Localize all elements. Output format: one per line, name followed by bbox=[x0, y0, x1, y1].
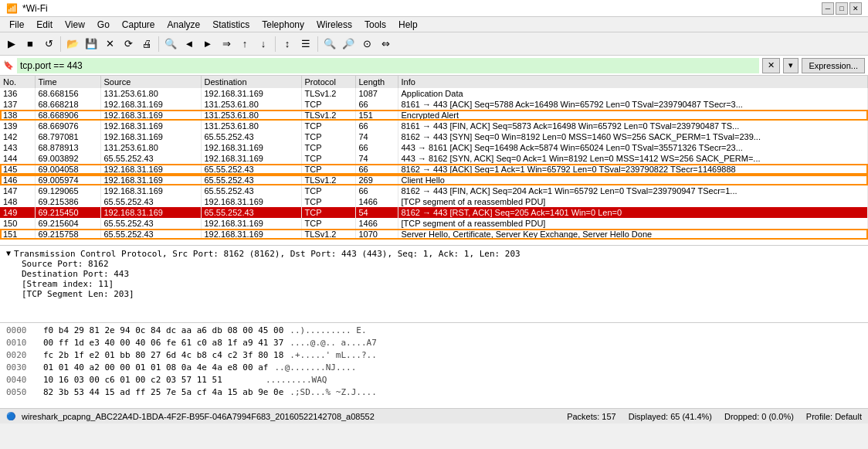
hex-offset: 0050 bbox=[6, 386, 37, 399]
last-packet-button[interactable]: ↓ bbox=[255, 36, 272, 53]
menu-statistics[interactable]: Statistics bbox=[206, 18, 256, 32]
resize-columns-button[interactable]: ⇔ bbox=[377, 36, 394, 53]
menu-view[interactable]: View bbox=[59, 18, 91, 32]
window-controls: ─ □ ✕ bbox=[822, 2, 862, 15]
col-time: Time bbox=[35, 76, 100, 88]
hex-offset: 0020 bbox=[6, 349, 37, 362]
filename-label: wireshark_pcapng_ABC22A4D-1BDA-4F2F-B95F… bbox=[22, 412, 375, 421]
table-row[interactable]: 13968.669076192.168.31.169131.253.61.80T… bbox=[0, 121, 868, 131]
stop-capture-button[interactable]: ■ bbox=[22, 36, 39, 53]
zoom-out-button[interactable]: 🔎 bbox=[340, 36, 357, 53]
print-button[interactable]: 🖨 bbox=[138, 36, 155, 53]
packets-count: Packets: 157 bbox=[567, 412, 616, 421]
table-row[interactable]: 14669.005974192.168.31.16965.55.252.43TL… bbox=[0, 175, 868, 185]
table-row[interactable]: 14469.00389265.55.252.43192.168.31.169TC… bbox=[0, 153, 868, 164]
hex-row: 005082 3b 53 44 15 ad ff 25 7e 5a cf 4a … bbox=[6, 386, 862, 399]
close-button[interactable]: ✕ bbox=[849, 2, 862, 15]
table-row[interactable]: 14969.215450192.168.31.16965.55.252.43TC… bbox=[0, 207, 868, 218]
find-button[interactable]: 🔍 bbox=[162, 36, 179, 53]
menu-file[interactable]: File bbox=[3, 18, 30, 32]
packet-table-wrapper: No. Time Source Destination Protocol Len… bbox=[0, 76, 868, 246]
first-packet-button[interactable]: ↑ bbox=[236, 36, 253, 53]
hex-bytes: f0 b4 29 81 2e 94 0c 84 dc aa a6 db 08 0… bbox=[43, 325, 283, 337]
reload-button[interactable]: ⟳ bbox=[120, 36, 137, 53]
hex-offset: 0030 bbox=[6, 362, 37, 374]
go-forward-button[interactable]: ► bbox=[199, 36, 216, 53]
dropped-count: Dropped: 0 (0.0%) bbox=[724, 412, 794, 421]
restart-capture-button[interactable]: ↺ bbox=[40, 36, 57, 53]
menu-go[interactable]: Go bbox=[91, 18, 116, 32]
minimize-button[interactable]: ─ bbox=[822, 2, 834, 15]
hex-ascii: .........WAQ bbox=[266, 374, 327, 386]
hex-bytes: 10 16 03 00 c6 01 00 c2 03 57 11 51 bbox=[43, 374, 259, 386]
autoscroll-button[interactable]: ↕ bbox=[279, 36, 296, 53]
start-capture-button[interactable]: ▶ bbox=[3, 36, 20, 53]
expand-arrow: ▼ bbox=[6, 249, 11, 257]
detail-field: Source Port: 8162 bbox=[22, 259, 862, 269]
col-info: Info bbox=[398, 76, 868, 88]
detail-field: [Stream index: 11] bbox=[22, 279, 862, 289]
filter-bar: 🔖 ✕ ▾ Expression... bbox=[0, 56, 868, 76]
table-row[interactable]: 15069.21560465.55.252.43192.168.31.169TC… bbox=[0, 218, 868, 229]
menu-edit[interactable]: Edit bbox=[30, 18, 59, 32]
table-row[interactable]: 14869.21538665.55.252.43192.168.31.169TC… bbox=[0, 196, 868, 207]
hex-ascii: .;SD...% ~Z.J.... bbox=[290, 386, 377, 399]
maximize-button[interactable]: □ bbox=[836, 2, 848, 15]
zoom-in-button[interactable]: 🔍 bbox=[321, 36, 338, 53]
table-row[interactable]: 13868.668906192.168.31.169131.253.61.80T… bbox=[0, 110, 868, 121]
filter-dropdown-button[interactable]: ▾ bbox=[783, 58, 798, 73]
toolbar-separator-4 bbox=[317, 36, 318, 52]
table-row[interactable]: 15169.21575865.55.252.43192.168.31.169TL… bbox=[0, 229, 868, 240]
go-back-button[interactable]: ◄ bbox=[181, 36, 198, 53]
hex-ascii: ....@.@.. a....A7 bbox=[290, 337, 377, 349]
menu-capture[interactable]: Capture bbox=[116, 18, 161, 32]
protocol-expand-row[interactable]: ▼ Transmission Control Protocol, Src Por… bbox=[6, 249, 862, 259]
hex-offset: 0040 bbox=[6, 374, 37, 386]
protocol-title: Transmission Control Protocol, Src Port:… bbox=[14, 249, 520, 259]
hex-ascii: ..@.......NJ.... bbox=[274, 362, 356, 374]
filter-input[interactable] bbox=[17, 58, 759, 73]
hex-offset: 0000 bbox=[6, 325, 37, 337]
filter-icon: 🔖 bbox=[3, 60, 14, 70]
expression-button[interactable]: Expression... bbox=[802, 58, 865, 73]
hex-bytes: fc 2b 1f e2 01 bb 80 27 6d 4c b8 c4 c2 3… bbox=[43, 349, 283, 362]
col-destination: Destination bbox=[201, 76, 301, 88]
menu-tools[interactable]: Tools bbox=[358, 18, 392, 32]
colorize-button[interactable]: ☰ bbox=[297, 36, 314, 53]
window-title: *Wi-Fi bbox=[22, 3, 48, 14]
menu-analyze[interactable]: Analyze bbox=[161, 18, 207, 32]
table-row[interactable]: 13668.668156131.253.61.80192.168.31.169T… bbox=[0, 88, 868, 99]
table-row[interactable]: 14769.129065192.168.31.16965.55.252.43TC… bbox=[0, 185, 868, 196]
hex-offset: 0010 bbox=[6, 337, 37, 349]
zoom-normal-button[interactable]: ⊙ bbox=[358, 36, 375, 53]
toolbar-separator-1 bbox=[60, 36, 61, 52]
status-bar: 🔵 wireshark_pcapng_ABC22A4D-1BDA-4F2F-B9… bbox=[0, 408, 868, 423]
col-no: No. bbox=[0, 76, 35, 88]
menu-telephony[interactable]: Telephony bbox=[256, 18, 310, 32]
detail-field: [TCP Segment Len: 203] bbox=[22, 289, 862, 299]
packet-table: No. Time Source Destination Protocol Len… bbox=[0, 76, 868, 240]
hex-bytes: 00 ff 1d e3 40 00 40 06 fe 61 c0 a8 1f a… bbox=[43, 337, 283, 349]
col-length: Length bbox=[355, 76, 398, 88]
menu-wireless[interactable]: Wireless bbox=[310, 18, 358, 32]
menu-help[interactable]: Help bbox=[392, 18, 424, 32]
open-file-button[interactable]: 📂 bbox=[64, 36, 81, 53]
col-source: Source bbox=[100, 76, 201, 88]
profile-label: Profile: Default bbox=[806, 412, 862, 421]
filter-clear-button[interactable]: ✕ bbox=[762, 58, 780, 73]
table-row[interactable]: 14368.878913131.253.61.80192.168.31.169T… bbox=[0, 142, 868, 153]
toolbar-separator-3 bbox=[275, 36, 276, 52]
goto-packet-button[interactable]: ⇒ bbox=[218, 36, 235, 53]
ready-icon: 🔵 bbox=[6, 412, 15, 420]
table-row[interactable]: 13768.668218192.168.31.169131.253.61.80T… bbox=[0, 99, 868, 110]
table-row[interactable]: 14268.797081192.168.31.16965.55.252.43TC… bbox=[0, 131, 868, 142]
displayed-count: Displayed: 65 (41.4%) bbox=[629, 412, 712, 421]
table-header-row: No. Time Source Destination Protocol Len… bbox=[0, 76, 868, 88]
save-file-button[interactable]: 💾 bbox=[83, 36, 100, 53]
table-row[interactable]: 14569.004058192.168.31.16965.55.252.43TC… bbox=[0, 164, 868, 175]
title-bar: 📶 *Wi-Fi ─ □ ✕ bbox=[0, 0, 868, 17]
detail-pane: ▼ Transmission Control Protocol, Src Por… bbox=[0, 246, 868, 323]
menu-bar: File Edit View Go Capture Analyze Statis… bbox=[0, 17, 868, 32]
close-file-button[interactable]: ✕ bbox=[101, 36, 118, 53]
packet-table-body: 13668.668156131.253.61.80192.168.31.169T… bbox=[0, 88, 868, 240]
